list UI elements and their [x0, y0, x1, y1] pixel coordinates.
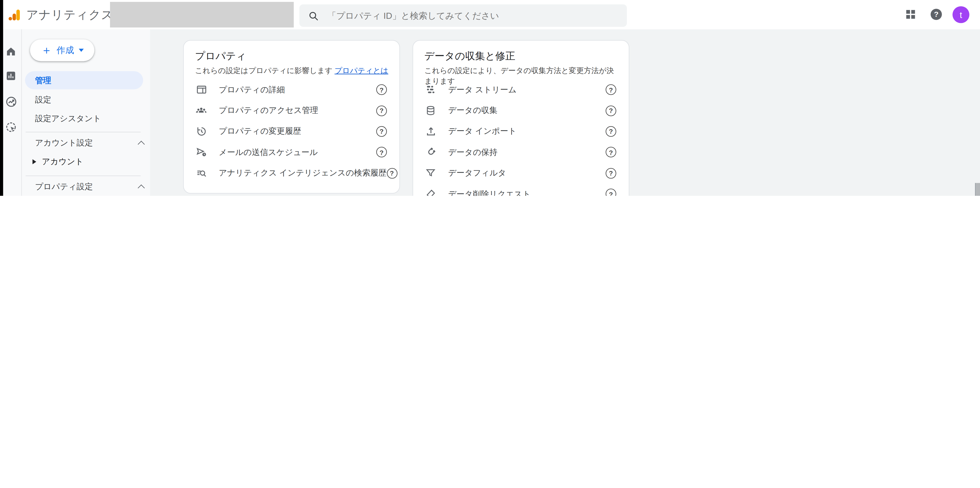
analytics-logo[interactable]: アナリティクス [8, 7, 113, 23]
drawer-divider [25, 132, 141, 132]
card-data-collection-title: データの収集と修正 [425, 50, 515, 63]
card-property: プロパティ これらの設定はプロパティに影響します プロパティとは プロパティの詳… [183, 40, 400, 194]
property-help-link[interactable]: プロパティとは [334, 66, 388, 75]
filter-icon [425, 167, 437, 179]
avatar[interactable]: t [953, 6, 969, 23]
history-icon [195, 125, 207, 138]
people-icon [195, 105, 207, 117]
eraser-icon [425, 188, 437, 196]
apps-grid-icon[interactable] [905, 9, 916, 20]
sidebar-item-admin-selected[interactable]: 管理 [25, 71, 143, 89]
search-input[interactable] [326, 10, 618, 21]
sidebar-item-account[interactable]: アカウント [22, 153, 150, 171]
admin-item-data-import[interactable]: データ インポート ? [413, 121, 629, 142]
sidebar-item-settings[interactable]: 設定 [22, 91, 150, 109]
admin-item-property-access[interactable]: プロパティのアクセス管理 ? [184, 100, 399, 121]
help-icon[interactable]: ? [606, 147, 616, 157]
admin-item-intelligence-search-history[interactable]: アナリティクス インテリジェンスの検索履歴 ? [184, 163, 399, 184]
search-icon [308, 10, 319, 21]
app-header: アナリティクス ? t [0, 0, 980, 29]
help-icon[interactable]: ? [606, 189, 616, 196]
magnet-icon [425, 146, 437, 158]
card-property-description: これらの設定はプロパティに影響します プロパティとは [195, 66, 390, 76]
card-property-title: プロパティ [195, 50, 246, 63]
sidebar-item-setup-assistant[interactable]: 設定アシスタント [22, 110, 150, 127]
admin-item-data-collection[interactable]: データの収集 ? [413, 100, 629, 121]
upload-icon [425, 125, 437, 138]
help-icon[interactable]: ? [376, 147, 387, 157]
admin-item-property-details[interactable]: プロパティの詳細 ? [184, 79, 399, 100]
help-icon[interactable]: ? [376, 126, 387, 137]
left-edge-strip [0, 0, 3, 196]
search-bar[interactable] [299, 4, 627, 27]
scheduled-send-icon [195, 146, 207, 158]
help-glyph: ? [934, 10, 939, 19]
property-details-icon [195, 83, 207, 96]
help-icon[interactable]: ? [376, 84, 387, 95]
analytics-logo-icon [8, 8, 21, 22]
admin-item-data-filters[interactable]: データフィルタ ? [413, 163, 629, 184]
section-property-settings[interactable]: プロパティ設定 [22, 178, 150, 196]
data-streams-icon [425, 83, 437, 96]
help-icon[interactable]: ? [376, 105, 387, 116]
ga-admin-page: アナリティクス ? t ＋ 作成 [0, 0, 980, 196]
section-account-settings[interactable]: アカウント設定 [22, 134, 150, 152]
database-icon [425, 105, 437, 117]
account-selector-redacted [110, 2, 294, 27]
search-history-icon [195, 167, 207, 179]
arrow-right-icon [33, 159, 37, 164]
scrollbar-thumb[interactable] [975, 183, 980, 196]
advertising-icon[interactable] [4, 120, 17, 133]
help-icon[interactable]: ? [606, 84, 616, 95]
help-icon[interactable]: ? [606, 105, 616, 116]
admin-item-data-streams[interactable]: データ ストリーム ? [413, 79, 629, 100]
admin-item-email-schedules[interactable]: メールの送信スケジュール ? [184, 142, 399, 163]
admin-item-property-change-history[interactable]: プロパティの変更履歴 ? [184, 121, 399, 142]
card-data-collection: データの収集と修正 これらの設定により、データの収集方法と変更方法が決まります … [412, 40, 630, 196]
help-icon[interactable]: ? [387, 168, 397, 178]
help-icon[interactable]: ? [931, 9, 942, 20]
reports-icon[interactable] [4, 69, 17, 82]
admin-item-data-deletion-requests[interactable]: データ削除リクエスト ? [413, 184, 629, 196]
plus-icon: ＋ [41, 44, 52, 55]
app-title: アナリティクス [26, 7, 113, 23]
admin-item-data-retention[interactable]: データの保持 ? [413, 142, 629, 163]
help-icon[interactable]: ? [606, 126, 616, 137]
create-label: 作成 [57, 44, 74, 56]
home-icon[interactable] [4, 45, 17, 58]
help-icon[interactable]: ? [606, 168, 616, 178]
explore-icon[interactable] [4, 95, 17, 108]
chevron-up-icon [138, 185, 145, 192]
create-button[interactable]: ＋ 作成 [30, 39, 94, 61]
avatar-letter: t [960, 10, 962, 20]
chevron-up-icon [138, 141, 145, 148]
drawer-divider [25, 176, 141, 176]
caret-down-icon [78, 49, 83, 52]
